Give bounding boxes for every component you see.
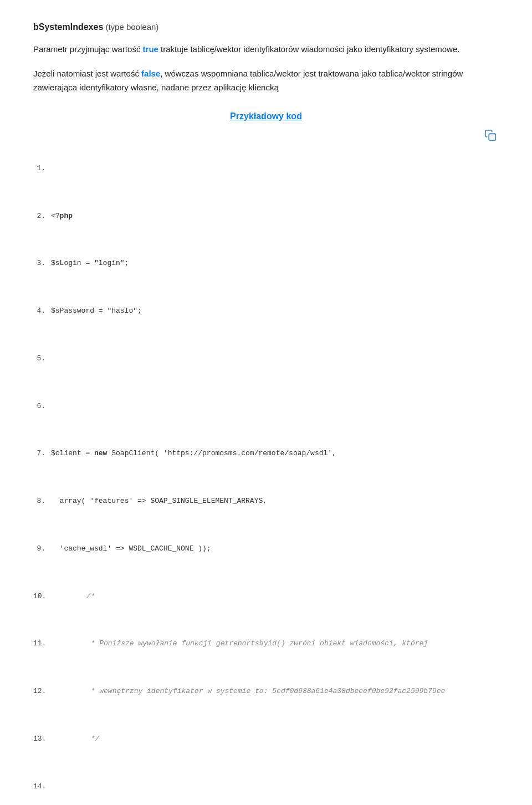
copy-button[interactable] bbox=[482, 127, 499, 144]
code-block: 1. 2. <?php 3. $sLogin = "login"; 4. $sP… bbox=[33, 127, 499, 806]
code-line-3: 3. $sLogin = "login"; bbox=[33, 257, 499, 269]
code-line-7: 7. $client = new SoapClient( 'https://pr… bbox=[33, 447, 499, 459]
code-section-link[interactable]: Przykładowy kod bbox=[230, 111, 302, 121]
page-header: bSystemIndexes (type boolean) bbox=[33, 22, 499, 32]
intro-paragraph-1: Parametr przyjmując wartość true traktuj… bbox=[33, 42, 499, 57]
intro-paragraph-2: Jeżeli natomiast jest wartość false, wów… bbox=[33, 67, 499, 95]
code-line-5: 5. bbox=[33, 353, 499, 364]
type-label: (type boolean) bbox=[105, 22, 158, 32]
code-section-title: Przykładowy kod bbox=[33, 111, 499, 121]
code-line-11: 11. * Poniższe wywołanie funkcji getrepo… bbox=[33, 638, 499, 649]
code-line-14: 14. bbox=[33, 781, 499, 792]
title: bSystemIndexes bbox=[33, 22, 103, 32]
code-line-6: 6. bbox=[33, 400, 499, 412]
code-line-12: 12. * wewnętrzny identyfikator w systemi… bbox=[33, 685, 499, 697]
code-line-9: 9. 'cache_wsdl' => WSDL_CACHE_NONE )); bbox=[33, 543, 499, 554]
code-line-13: 13. */ bbox=[33, 733, 499, 745]
code-line-2: 2. <?php bbox=[33, 210, 499, 222]
svg-rect-0 bbox=[489, 134, 495, 140]
code-line-4: 4. $sPassword = "haslo"; bbox=[33, 305, 499, 317]
code-container: 1. 2. <?php 3. $sLogin = "login"; 4. $sP… bbox=[33, 127, 499, 806]
code-line-8: 8. array( 'features' => SOAP_SINGLE_ELEM… bbox=[33, 495, 499, 507]
code-line-10: 10. /* bbox=[33, 590, 499, 602]
true-keyword: true bbox=[143, 44, 158, 54]
code-line-1: 1. bbox=[33, 162, 499, 174]
false-keyword: false bbox=[141, 69, 160, 78]
